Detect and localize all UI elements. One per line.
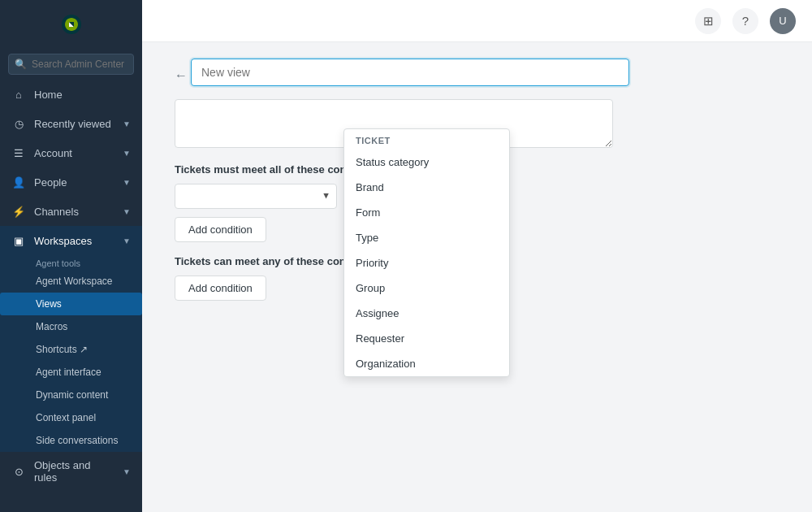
sidebar-item-label: Objects and rules <box>34 459 114 484</box>
zendesk-logo-icon <box>55 8 88 41</box>
sidebar-item-dynamic-content[interactable]: Dynamic content <box>0 384 142 406</box>
chevron-down-icon: ▼ <box>123 119 131 128</box>
objects-icon: ⊙ <box>11 464 26 479</box>
chevron-down-icon: ▼ <box>123 467 131 476</box>
avatar[interactable]: U <box>770 8 796 34</box>
sidebar-item-agent-workspace[interactable]: Agent Workspace <box>0 270 142 293</box>
add-condition-button[interactable]: Add condition <box>175 217 266 242</box>
sidebar-item-workspaces[interactable]: ▣ Workspaces ▼ <box>0 226 142 255</box>
dropdown-item-status-category[interactable]: Status category <box>344 150 509 175</box>
sidebar-item-home[interactable]: ⌂ Home <box>0 80 142 109</box>
dropdown-item-assignee[interactable]: Assignee <box>344 301 509 326</box>
sidebar-item-label: People <box>34 176 114 189</box>
home-icon: ⌂ <box>11 87 26 102</box>
condition-select-wrap: ▲ <box>175 184 337 209</box>
workspaces-submenu: Agent tools Agent Workspace Views Macros… <box>0 255 142 452</box>
sidebar-item-objects-rules[interactable]: ⊙ Objects and rules ▼ <box>0 452 142 491</box>
topbar: ⊞ ? U <box>142 0 812 42</box>
sidebar-item-agent-interface[interactable]: Agent interface <box>0 361 142 384</box>
view-name-input[interactable] <box>191 59 629 86</box>
search-input[interactable] <box>8 54 134 75</box>
dropdown-item-type[interactable]: Type <box>344 225 509 250</box>
condition-field-input[interactable] <box>175 184 337 209</box>
channels-icon: ⚡ <box>11 204 26 219</box>
search-container: 🔍 <box>0 49 142 80</box>
chevron-down-icon: ▼ <box>123 149 131 158</box>
sidebar-item-label: Channels <box>34 206 114 218</box>
workspaces-icon: ▣ <box>11 233 26 248</box>
logo <box>0 0 142 49</box>
sidebar-item-label: Account <box>34 147 114 159</box>
dropdown-section-header: Ticket <box>344 129 509 150</box>
dropdown-item-organization[interactable]: Organization <box>344 351 509 376</box>
sidebar-item-account[interactable]: ☰ Account ▼ <box>0 138 142 167</box>
sidebar: 🔍 ⌂ Home ◷ Recently viewed ▼ ☰ Account ▼… <box>0 0 142 512</box>
sidebar-item-label: Home <box>34 89 131 101</box>
sidebar-item-macros[interactable]: Macros <box>0 315 142 338</box>
search-icon: 🔍 <box>15 59 27 70</box>
sidebar-item-label: Workspaces <box>34 235 114 247</box>
sidebar-item-side-conversations[interactable]: Side conversations <box>0 429 142 452</box>
grid-icon-btn[interactable]: ⊞ <box>695 8 721 34</box>
add-condition-button-2[interactable]: Add condition <box>175 276 266 301</box>
sidebar-item-label: Recently viewed <box>34 118 114 130</box>
sidebar-item-people[interactable]: 👤 People ▼ <box>0 167 142 197</box>
dropdown-item-group[interactable]: Group <box>344 276 509 301</box>
dropdown-item-brand[interactable]: Brand <box>344 175 509 200</box>
help-icon-btn[interactable]: ? <box>732 8 758 34</box>
sidebar-nav: ⌂ Home ◷ Recently viewed ▼ ☰ Account ▼ 👤… <box>0 80 142 512</box>
grid-icon: ⊞ <box>703 14 714 28</box>
condition-dropdown: Ticket Status category Brand Form Type P… <box>343 128 510 377</box>
chevron-down-icon: ▼ <box>123 178 131 187</box>
main-area: ⊞ ? U ← Tickets must meet all of these c… <box>142 0 812 512</box>
help-icon: ? <box>742 14 749 28</box>
back-arrow-icon[interactable]: ← <box>175 68 188 83</box>
avatar-text: U <box>779 15 786 27</box>
account-icon: ☰ <box>11 145 26 160</box>
sidebar-item-channels[interactable]: ⚡ Channels ▼ <box>0 197 142 226</box>
agent-tools-label: Agent tools <box>0 255 142 270</box>
chevron-down-icon: ▼ <box>123 236 131 245</box>
sidebar-item-context-panel[interactable]: Context panel <box>0 406 142 429</box>
chevron-down-icon: ▼ <box>123 207 131 216</box>
dropdown-item-priority[interactable]: Priority <box>344 250 509 276</box>
sidebar-item-recently-viewed[interactable]: ◷ Recently viewed ▼ <box>0 109 142 138</box>
dropdown-item-form[interactable]: Form <box>344 200 509 225</box>
sidebar-item-shortcuts[interactable]: Shortcuts ↗ <box>0 338 142 361</box>
clock-icon: ◷ <box>11 116 26 131</box>
people-icon: 👤 <box>11 175 26 189</box>
sidebar-item-views[interactable]: Views <box>0 293 142 315</box>
dropdown-item-requester[interactable]: Requester <box>344 326 509 351</box>
